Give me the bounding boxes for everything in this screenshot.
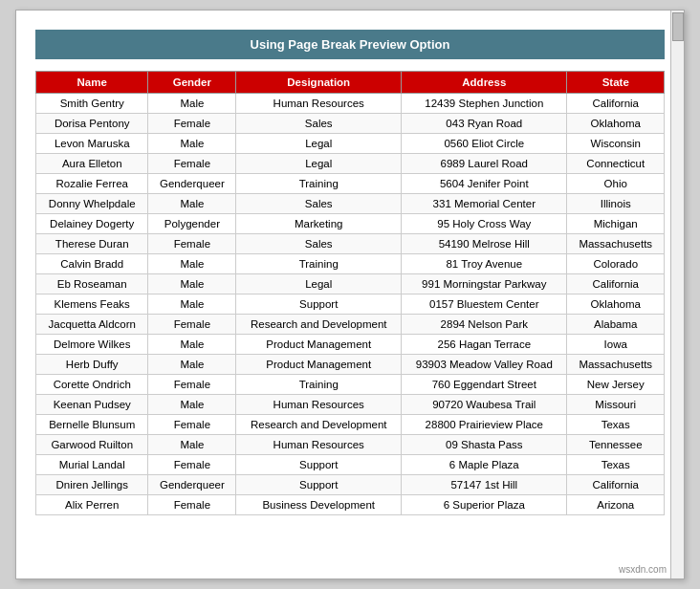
table-cell-address: 12439 Stephen Junction xyxy=(402,94,567,114)
table-row: Herb DuffyMaleProduct Management93903 Me… xyxy=(36,355,665,375)
table-cell-gender: Male xyxy=(148,395,236,415)
table-row: Alix PerrenFemaleBusiness Development6 S… xyxy=(36,495,665,515)
table-cell-state: Michigan xyxy=(567,214,665,234)
table-cell-address: 54190 Melrose Hill xyxy=(402,234,567,254)
table-row: Aura ElletonFemaleLegal6989 Laurel RoadC… xyxy=(36,154,665,174)
table-cell-designation: Legal xyxy=(236,274,402,294)
table-cell-state: Massachusetts xyxy=(567,355,665,375)
table-row: Smith GentryMaleHuman Resources12439 Ste… xyxy=(36,94,665,114)
table-cell-name: Klemens Feaks xyxy=(36,294,148,315)
table-cell-designation: Training xyxy=(236,254,402,274)
table-cell-gender: Female xyxy=(148,154,236,174)
table-row: Delmore WilkesMaleProduct Management256 … xyxy=(36,335,665,355)
table-cell-state: California xyxy=(567,94,665,114)
table-cell-address: 93903 Meadow Valley Road xyxy=(402,355,567,375)
table-cell-state: Texas xyxy=(567,415,665,435)
table-cell-name: Murial Landal xyxy=(36,455,148,475)
table-row: Garwood RuiltonMaleHuman Resources09 Sha… xyxy=(36,435,665,455)
table-cell-address: 0157 Bluestem Center xyxy=(402,294,567,315)
table-cell-name: Jacquetta Aldcorn xyxy=(36,315,148,335)
table-cell-name: Corette Ondrich xyxy=(36,375,148,395)
table-cell-gender: Genderqueer xyxy=(148,475,236,495)
table-cell-state: Tennessee xyxy=(567,435,665,455)
table-cell-gender: Male xyxy=(148,355,236,375)
table-cell-designation: Sales xyxy=(236,114,402,134)
table-cell-name: Alix Perren xyxy=(36,495,148,515)
table-cell-name: Levon Maruska xyxy=(36,134,148,154)
table-cell-designation: Training xyxy=(236,174,402,194)
table-cell-designation: Legal xyxy=(236,154,402,174)
table-cell-gender: Male xyxy=(148,94,236,114)
table-cell-designation: Marketing xyxy=(236,214,402,234)
column-header-address: Address xyxy=(402,72,567,94)
table-cell-designation: Human Resources xyxy=(236,435,402,455)
table-cell-address: 5604 Jenifer Point xyxy=(402,174,567,194)
table-cell-designation: Support xyxy=(236,294,402,315)
table-cell-gender: Male xyxy=(148,435,236,455)
table-cell-name: Aura Elleton xyxy=(36,154,148,174)
table-cell-state: Alabama xyxy=(567,315,665,335)
table-cell-designation: Research and Development xyxy=(236,415,402,435)
table-cell-gender: Male xyxy=(148,274,236,294)
table-header-row: NameGenderDesignationAddressState xyxy=(36,72,665,94)
table-cell-gender: Female xyxy=(148,415,236,435)
table-cell-designation: Support xyxy=(236,475,402,495)
table-cell-gender: Male xyxy=(148,335,236,355)
table-cell-address: 09 Shasta Pass xyxy=(402,435,567,455)
table-cell-gender: Male xyxy=(148,194,236,214)
scrollbar-thumb[interactable] xyxy=(672,12,684,41)
scrollbar[interactable] xyxy=(670,11,684,578)
table-cell-designation: Research and Development xyxy=(236,315,402,335)
table-cell-designation: Support xyxy=(236,455,402,475)
table-cell-name: Delainey Dogerty xyxy=(36,214,148,234)
table-cell-name: Donny Whelpdale xyxy=(36,194,148,214)
table-cell-state: Wisconsin xyxy=(567,134,665,154)
table-cell-address: 991 Morningstar Parkway xyxy=(402,274,567,294)
table-cell-state: Texas xyxy=(567,455,665,475)
table-cell-state: Oklahoma xyxy=(567,294,665,315)
table-cell-gender: Male xyxy=(148,254,236,274)
table-cell-name: Garwood Ruilton xyxy=(36,435,148,455)
table-cell-state: Missouri xyxy=(567,395,665,415)
table-cell-state: Colorado xyxy=(567,254,665,274)
table-row: Donny WhelpdaleMaleSales331 Memorial Cen… xyxy=(36,194,665,214)
table-cell-gender: Female xyxy=(148,495,236,515)
table-cell-gender: Female xyxy=(148,234,236,254)
table-cell-address: 6 Maple Plaza xyxy=(402,455,567,475)
table-row: Klemens FeaksMaleSupport0157 Bluestem Ce… xyxy=(36,294,665,315)
table-cell-state: Oklahoma xyxy=(567,114,665,134)
table-row: Keenan PudseyMaleHuman Resources90720 Wa… xyxy=(36,395,665,415)
table-cell-state: New Jersey xyxy=(567,375,665,395)
table-cell-name: Dorisa Pentony xyxy=(36,114,148,134)
table-cell-state: Massachusetts xyxy=(567,234,665,254)
table-row: Bernelle BlunsumFemaleResearch and Devel… xyxy=(36,415,665,435)
table-cell-designation: Human Resources xyxy=(236,395,402,415)
table-cell-gender: Female xyxy=(148,455,236,475)
table-body: Smith GentryMaleHuman Resources12439 Ste… xyxy=(36,94,665,515)
table-cell-gender: Genderqueer xyxy=(148,174,236,194)
table-cell-address: 6 Superior Plaza xyxy=(402,495,567,515)
table-cell-state: Arizona xyxy=(567,495,665,515)
table-row: Dorisa PentonyFemaleSales043 Ryan RoadOk… xyxy=(36,114,665,134)
table-cell-state: Iowa xyxy=(567,335,665,355)
table-cell-address: 95 Holy Cross Way xyxy=(402,214,567,234)
watermark: wsxdn.com xyxy=(619,564,667,575)
data-table: NameGenderDesignationAddressState Smith … xyxy=(35,71,665,515)
table-cell-state: California xyxy=(567,274,665,294)
table-cell-state: Connecticut xyxy=(567,154,665,174)
table-cell-address: 57147 1st Hill xyxy=(402,475,567,495)
column-header-name: Name xyxy=(36,72,148,94)
column-header-designation: Designation xyxy=(236,72,402,94)
table-cell-designation: Business Development xyxy=(236,495,402,515)
table-cell-name: Rozalie Ferrea xyxy=(36,174,148,194)
page-title: Using Page Break Preview Option xyxy=(35,30,665,59)
table-row: Eb RoseamanMaleLegal991 Morningstar Park… xyxy=(36,274,665,294)
table-cell-address: 331 Memorial Center xyxy=(402,194,567,214)
table-cell-designation: Training xyxy=(236,375,402,395)
table-cell-name: Calvin Bradd xyxy=(36,254,148,274)
column-header-gender: Gender xyxy=(148,72,236,94)
table-cell-name: Herb Duffy xyxy=(36,355,148,375)
table-row: Therese DuranFemaleSales54190 Melrose Hi… xyxy=(36,234,665,254)
table-cell-designation: Product Management xyxy=(236,355,402,375)
table-row: Dniren JellingsGenderqueerSupport57147 1… xyxy=(36,475,665,495)
